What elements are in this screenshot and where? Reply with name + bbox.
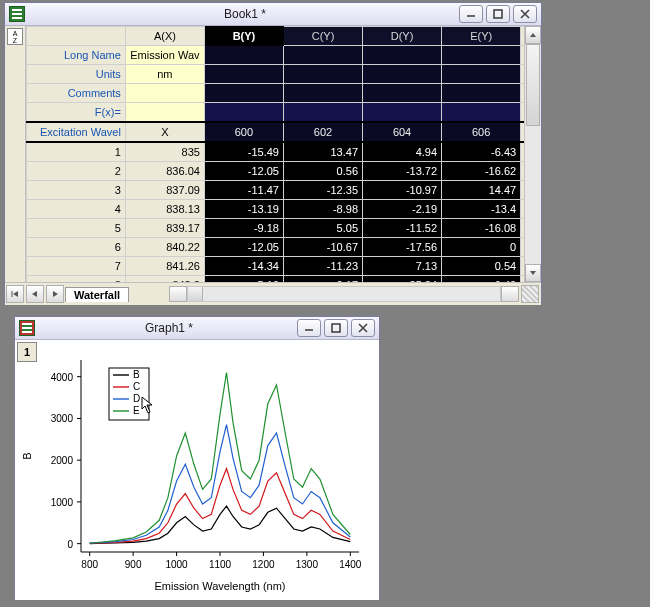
table-row[interactable]: 3837.09-11.47-12.35-10.9714.47	[27, 181, 541, 200]
cell-C[interactable]: -11.23	[283, 257, 362, 276]
column-header-A[interactable]: A(X)	[125, 27, 204, 46]
vertical-scrollbar[interactable]	[524, 26, 541, 282]
cell-E[interactable]: 0	[442, 238, 521, 257]
close-button[interactable]	[351, 319, 375, 337]
cell-A[interactable]: 841.26	[125, 257, 204, 276]
column-header-C[interactable]: C(Y)	[283, 27, 362, 46]
cell-B[interactable]: -9.18	[204, 219, 283, 238]
row-number[interactable]: 4	[27, 200, 126, 219]
cell-D[interactable]: -13.72	[363, 162, 442, 181]
cell-E[interactable]: 0.54	[442, 257, 521, 276]
scroll-up-button[interactable]	[525, 26, 541, 44]
scroll-down-button[interactable]	[525, 264, 541, 282]
hscroll-thumb[interactable]	[188, 287, 203, 301]
cell-C[interactable]: 6.17	[283, 276, 362, 283]
cell-A[interactable]: 842.3	[125, 276, 204, 283]
cell-C[interactable]: 5.05	[283, 219, 362, 238]
graph-window[interactable]: Graph1 * 1 01000200030004000800900100011…	[14, 316, 380, 600]
table-row[interactable]: 1835-15.4913.474.94-6.43	[27, 142, 541, 162]
scroll-thumb[interactable]	[526, 44, 540, 126]
cell-B[interactable]: -12.05	[204, 162, 283, 181]
table-row[interactable]: 4838.13-13.19-8.98-2.19-13.4	[27, 200, 541, 219]
cell-B[interactable]: -11.47	[204, 181, 283, 200]
column-header-B[interactable]: B(Y)	[204, 27, 283, 46]
cell-B[interactable]: -5.16	[204, 276, 283, 283]
graph-titlebar[interactable]: Graph1 *	[15, 317, 379, 340]
table-row[interactable]: 7841.26-14.34-11.237.130.54	[27, 257, 541, 276]
graph-canvas[interactable]: 1 01000200030004000800900100011001200130…	[15, 340, 379, 600]
workbook-titlebar[interactable]: Book1 *	[5, 3, 541, 26]
minimize-button[interactable]	[459, 5, 483, 23]
param-E[interactable]: 606	[442, 122, 521, 142]
param-B[interactable]: 600	[204, 122, 283, 142]
table-row[interactable]: 2836.04-12.050.56-13.72-16.62	[27, 162, 541, 181]
cell-E[interactable]: -16.62	[442, 162, 521, 181]
row-number[interactable]: 5	[27, 219, 126, 238]
tab-nav-next[interactable]	[46, 285, 64, 303]
workbook-window[interactable]: Book1 * AZ A(X) B(Y) C(Y)	[4, 2, 542, 304]
close-button[interactable]	[513, 5, 537, 23]
cell-E[interactable]: -16.08	[442, 219, 521, 238]
horizontal-scrollbar[interactable]	[169, 286, 519, 302]
meta-row-fx[interactable]: F(x)=	[27, 103, 541, 123]
meta-longname-A[interactable]: Emission Wav	[125, 46, 204, 65]
row-number[interactable]: 6	[27, 238, 126, 257]
meta-row-comments[interactable]: Comments	[27, 84, 541, 103]
cell-D[interactable]: -25.24	[363, 276, 442, 283]
column-header-E[interactable]: E(Y)	[442, 27, 521, 46]
hscroll-left[interactable]	[169, 286, 187, 302]
table-row[interactable]: 6840.22-12.05-10.67-17.560	[27, 238, 541, 257]
meta-units-A[interactable]: nm	[125, 65, 204, 84]
user-parameter-row[interactable]: Excitation Wavel X 600 602 604 606	[27, 122, 541, 142]
cell-A[interactable]: 838.13	[125, 200, 204, 219]
cell-C[interactable]: 0.56	[283, 162, 362, 181]
cell-C[interactable]: -12.35	[283, 181, 362, 200]
hscroll-right[interactable]	[501, 286, 519, 302]
column-header-row[interactable]: A(X) B(Y) C(Y) D(Y) E(Y)	[27, 27, 541, 46]
cell-B[interactable]: -15.49	[204, 142, 283, 162]
cell-B[interactable]: -13.19	[204, 200, 283, 219]
row-number[interactable]: 8	[27, 276, 126, 283]
cell-D[interactable]: 4.94	[363, 142, 442, 162]
cell-A[interactable]: 840.22	[125, 238, 204, 257]
worksheet-grid[interactable]: A(X) B(Y) C(Y) D(Y) E(Y) Long Name Emiss…	[26, 26, 541, 282]
row-number[interactable]: 3	[27, 181, 126, 200]
sheet-tab-bar[interactable]: Waterfall	[5, 282, 541, 305]
cell-A[interactable]: 835	[125, 142, 204, 162]
tab-nav-prev[interactable]	[26, 285, 44, 303]
cell-E[interactable]: -6.43	[442, 276, 521, 283]
cell-D[interactable]: -17.56	[363, 238, 442, 257]
row-number[interactable]: 1	[27, 142, 126, 162]
table-row[interactable]: 5839.17-9.185.05-11.52-16.08	[27, 219, 541, 238]
sort-icon[interactable]: AZ	[7, 28, 23, 45]
row-number[interactable]: 2	[27, 162, 126, 181]
resize-grip-icon[interactable]	[521, 285, 539, 303]
column-header-D[interactable]: D(Y)	[363, 27, 442, 46]
cell-B[interactable]: -12.05	[204, 238, 283, 257]
cell-A[interactable]: 836.04	[125, 162, 204, 181]
chart-plot[interactable]: 0100020003000400080090010001100120013001…	[15, 340, 377, 598]
cell-D[interactable]: -2.19	[363, 200, 442, 219]
cell-E[interactable]: -13.4	[442, 200, 521, 219]
meta-row-longname[interactable]: Long Name Emission Wav	[27, 46, 541, 65]
cell-B[interactable]: -14.34	[204, 257, 283, 276]
meta-row-units[interactable]: Units nm	[27, 65, 541, 84]
param-C[interactable]: 602	[283, 122, 362, 142]
maximize-button[interactable]	[324, 319, 348, 337]
maximize-button[interactable]	[486, 5, 510, 23]
param-A[interactable]: X	[125, 122, 204, 142]
cell-D[interactable]: -10.97	[363, 181, 442, 200]
cell-A[interactable]: 837.09	[125, 181, 204, 200]
table-row[interactable]: 8842.3-5.166.17-25.24-6.43	[27, 276, 541, 283]
cell-A[interactable]: 839.17	[125, 219, 204, 238]
row-number[interactable]: 7	[27, 257, 126, 276]
param-D[interactable]: 604	[363, 122, 442, 142]
cell-E[interactable]: 14.47	[442, 181, 521, 200]
tab-nav-first[interactable]	[6, 285, 24, 303]
cell-C[interactable]: -10.67	[283, 238, 362, 257]
sheet-tab[interactable]: Waterfall	[65, 287, 129, 302]
minimize-button[interactable]	[297, 319, 321, 337]
corner-cell[interactable]	[27, 27, 126, 46]
cell-D[interactable]: 7.13	[363, 257, 442, 276]
cell-D[interactable]: -11.52	[363, 219, 442, 238]
